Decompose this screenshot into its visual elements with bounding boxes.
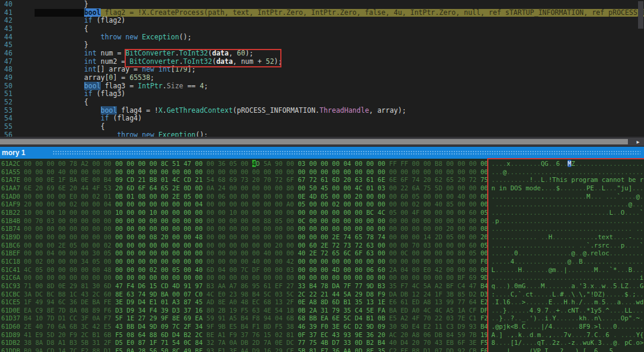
hex-byte[interactable]: 4C <box>206 291 218 298</box>
hex-byte[interactable]: A7 <box>230 282 241 289</box>
hex-byte[interactable]: 00 <box>241 209 252 216</box>
hex-byte[interactable]: 47 <box>115 282 126 289</box>
hex-byte[interactable]: 6D <box>126 184 138 192</box>
hex-byte[interactable]: 6D <box>332 176 343 183</box>
hex-byte[interactable]: 00 <box>252 193 264 200</box>
hex-byte[interactable]: 00 <box>286 217 298 224</box>
hex-byte[interactable]: 0E <box>81 176 92 183</box>
hex-byte[interactable]: 00 <box>423 200 435 208</box>
hex-byte[interactable]: D4 <box>138 298 149 305</box>
hex-byte[interactable]: 00 <box>343 209 355 216</box>
hex-byte[interactable]: DA <box>332 282 343 289</box>
hex-bytes[interactable]: 00 00 00 2E 05 00 00 02 00 00 00 00 00 0… <box>24 242 490 250</box>
hex-byte[interactable]: CD <box>184 176 195 183</box>
hex-byte[interactable]: 00 <box>389 217 401 224</box>
hex-byte[interactable]: D2 <box>469 291 480 298</box>
hex-byte[interactable]: 87 <box>138 339 149 346</box>
line-number[interactable]: 41 <box>0 9 35 17</box>
hex-byte[interactable]: D4 <box>172 331 184 338</box>
hex-byte[interactable]: E0 <box>70 193 81 200</box>
hex-byte[interactable]: 64 <box>150 184 161 192</box>
hex-byte[interactable]: 02 <box>70 200 81 208</box>
hex-byte[interactable]: 8E <box>172 314 184 322</box>
hex-byte[interactable]: 68 <box>264 298 275 305</box>
hex-byte[interactable]: 4D <box>172 282 184 289</box>
hex-byte[interactable]: 00 <box>104 225 115 232</box>
hex-byte[interactable]: 00 <box>92 168 104 175</box>
hex-byte[interactable]: 81 <box>81 282 92 289</box>
hex-byte[interactable]: 00 <box>70 266 81 273</box>
hex-byte[interactable]: 94 <box>47 298 58 305</box>
hex-bytes[interactable]: 38 8A D8 A1 B3 5B 31 2F D5 E0 87 1F 71 5… <box>24 339 490 347</box>
hex-byte[interactable]: 5C <box>286 291 298 298</box>
hex-byte[interactable]: 2E <box>58 242 69 249</box>
hex-byte[interactable]: E1 <box>218 347 229 352</box>
hex-byte[interactable]: 31 <box>321 307 332 314</box>
hex-byte[interactable]: 00 <box>412 258 423 265</box>
hex-byte[interactable]: 0A <box>126 347 138 352</box>
hex-byte[interactable]: 61 <box>321 176 332 183</box>
hex-byte[interactable]: 4C <box>377 209 389 216</box>
hex-byte[interactable]: 00 <box>446 242 457 249</box>
hex-byte[interactable]: 12 <box>412 291 423 298</box>
hex-byte[interactable]: 16 <box>264 347 275 352</box>
hex-byte[interactable]: 0B <box>298 307 309 314</box>
hex-byte[interactable]: 33 <box>343 339 355 346</box>
hex-byte[interactable]: AC <box>389 331 401 338</box>
hex-byte[interactable]: 00 <box>115 233 126 240</box>
hex-byte[interactable]: 94 <box>264 314 275 322</box>
hex-byte[interactable]: 00 <box>241 168 252 175</box>
hex-byte[interactable]: 00 <box>423 249 435 257</box>
hex-byte[interactable]: 32 <box>206 339 218 346</box>
hex-byte[interactable]: 85 <box>446 200 457 208</box>
hex-byte[interactable]: 00 <box>435 168 446 175</box>
hex-byte[interactable]: 40 <box>264 249 275 257</box>
hex-byte[interactable]: 20 <box>252 176 264 183</box>
hex-byte[interactable]: 6F <box>457 339 469 346</box>
hex-byte[interactable]: 00 <box>115 266 126 273</box>
hex-byte[interactable]: F6 <box>104 307 115 314</box>
hex-byte[interactable]: 34 <box>138 307 149 314</box>
hex-byte[interactable]: 21 <box>195 176 206 183</box>
hex-byte[interactable]: 00 <box>389 200 401 208</box>
hex-byte[interactable]: 43 <box>435 339 446 346</box>
hex-byte[interactable]: 00 <box>92 242 104 249</box>
hex-byte[interactable]: 00 <box>446 193 457 200</box>
hex-byte[interactable]: ED <box>401 307 412 314</box>
hex-byte[interactable]: 1F <box>435 291 446 298</box>
hex-byte[interactable]: 63 <box>252 307 264 314</box>
hex-byte[interactable]: 5A <box>343 291 355 298</box>
hex-byte[interactable]: 7C <box>241 266 252 273</box>
hex-byte[interactable]: 2C <box>92 291 104 298</box>
hex-byte[interactable]: 00 <box>264 225 275 232</box>
hex-byte[interactable]: B2 <box>366 339 377 346</box>
hex-byte[interactable]: 00 <box>457 266 469 273</box>
hex-byte[interactable]: 00 <box>206 258 218 265</box>
hex-byte[interactable]: 00 <box>35 249 47 257</box>
hex-byte[interactable]: 00 <box>115 274 126 281</box>
hex-byte[interactable]: 27 <box>286 282 298 289</box>
hex-byte[interactable]: 6D <box>161 331 172 338</box>
hex-byte[interactable]: 00 <box>332 209 343 216</box>
hex-byte[interactable]: 00 <box>104 217 115 224</box>
hex-byte[interactable]: 05 <box>275 217 286 224</box>
hex-byte[interactable]: 00 <box>126 168 138 175</box>
hex-byte[interactable]: 00 <box>275 209 286 216</box>
hex-byte[interactable]: 00 <box>309 209 321 216</box>
hex-byte[interactable]: 20 <box>412 339 423 346</box>
hex-byte[interactable]: 40 <box>195 266 206 273</box>
hex-byte[interactable]: E4 <box>412 323 423 330</box>
hex-byte[interactable]: 00 <box>389 225 401 232</box>
hex-byte[interactable]: 00 <box>252 200 264 208</box>
hex-byte[interactable]: 05 <box>184 193 195 200</box>
hex-byte[interactable]: 9F <box>161 314 172 322</box>
hex-byte[interactable]: 4F <box>92 184 104 192</box>
hex-byte[interactable]: 00 <box>446 209 457 216</box>
hex-byte[interactable]: 8A <box>35 339 47 346</box>
hex-byte[interactable]: 9A <box>35 347 47 352</box>
hex-byte[interactable]: A8 <box>423 298 435 305</box>
horizontal-scrollbar[interactable]: ▸ <box>0 137 644 147</box>
hex-byte[interactable]: 7B <box>469 331 480 338</box>
hex-byte[interactable]: 01 <box>161 176 172 183</box>
hex-byte[interactable]: 00 <box>366 168 377 175</box>
